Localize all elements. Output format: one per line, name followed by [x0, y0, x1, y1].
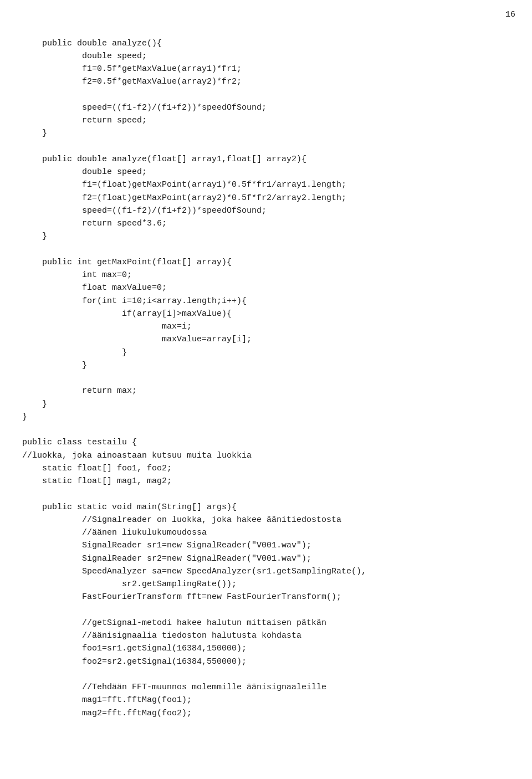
code-line: public double analyze(){: [22, 37, 532, 50]
code-line: SignalReader sr2=new SignalReader("V001.…: [22, 552, 532, 565]
code-line: maxValue=array[i];: [22, 333, 532, 346]
code-line: }: [22, 127, 532, 140]
code-line: }: [22, 346, 532, 359]
code-line: float maxValue=0;: [22, 281, 532, 294]
code-line: static float[] mag1, mag2;: [22, 475, 532, 488]
code-line: public int getMaxPoint(float[] array){: [22, 256, 532, 269]
code-line: sr2.getSamplingRate());: [22, 578, 532, 591]
code-line: [22, 372, 532, 385]
code-line: double speed;: [22, 50, 532, 63]
code-line: f2=(float)getMaxPoint(array2)*0.5f*fr2/a…: [22, 192, 532, 204]
code-line: foo1=sr1.getSignal(16384,150000);: [22, 642, 532, 655]
code-line: int max=0;: [22, 269, 532, 281]
code-line: return speed;: [22, 114, 532, 127]
code-line: [22, 89, 532, 101]
page-container: 16 public double analyze(){ double speed…: [0, 0, 532, 731]
code-line: [22, 668, 532, 681]
code-line: f1=0.5f*getMaxValue(array1)*fr1;: [22, 63, 532, 75]
code-line: max=i;: [22, 320, 532, 333]
code-line: SignalReader sr1=new SignalReader("V001.…: [22, 539, 532, 552]
code-line: }: [22, 411, 532, 423]
code-line: mag2=fft.fftMag(foo2);: [22, 707, 532, 720]
code-line: //äänisignaalia tiedoston halutusta kohd…: [22, 629, 532, 642]
code-line: double speed;: [22, 166, 532, 178]
code-line: [22, 488, 532, 500]
code-line: FastFourierTransform fft=new FastFourier…: [22, 591, 532, 603]
code-line: static float[] foo1, foo2;: [22, 462, 532, 475]
code-line: //luokka, joka ainoastaan kutsuu muita l…: [22, 449, 532, 462]
code-line: [22, 243, 532, 256]
code-line: }: [22, 398, 532, 411]
code-line: //Signalreader on luokka, joka hakee ään…: [22, 514, 532, 526]
code-line: //äänen liukulukumoudossa: [22, 526, 532, 539]
code-line: if(array[i]>maxValue){: [22, 308, 532, 320]
code-block: public double analyze(){ double speed; f…: [22, 11, 532, 720]
code-line: return max;: [22, 385, 532, 397]
page-number: 16: [505, 10, 515, 19]
code-line: f2=0.5f*getMaxValue(array2)*fr2;: [22, 75, 532, 88]
code-line: }: [22, 359, 532, 372]
code-line: [22, 140, 532, 153]
code-line: for(int i=10;i<array.length;i++){: [22, 295, 532, 308]
code-line: }: [22, 230, 532, 243]
code-line: public class testailu {: [22, 436, 532, 449]
code-line: f1=(float)getMaxPoint(array1)*0.5f*fr1/a…: [22, 178, 532, 191]
code-line: speed=((f1-f2)/(f1+f2))*speedOfSound;: [22, 101, 532, 114]
code-line: public double analyze(float[] array1,flo…: [22, 153, 532, 166]
code-line: [22, 423, 532, 436]
code-line: speed=((f1-f2)/(f1+f2))*speedOfSound;: [22, 204, 532, 217]
code-line: //Tehdään FFT-muunnos molemmille äänisig…: [22, 681, 532, 694]
code-line: return speed*3.6;: [22, 217, 532, 230]
code-line: mag1=fft.fftMag(foo1);: [22, 694, 532, 706]
code-line: SpeedAnalyzer sa=new SpeedAnalyzer(sr1.g…: [22, 565, 532, 578]
code-line: //getSignal-metodi hakee halutun mittais…: [22, 617, 532, 629]
code-line: foo2=sr2.getSignal(16384,550000);: [22, 655, 532, 668]
code-line: [22, 604, 532, 617]
code-line: public static void main(String[] args){: [22, 501, 532, 514]
